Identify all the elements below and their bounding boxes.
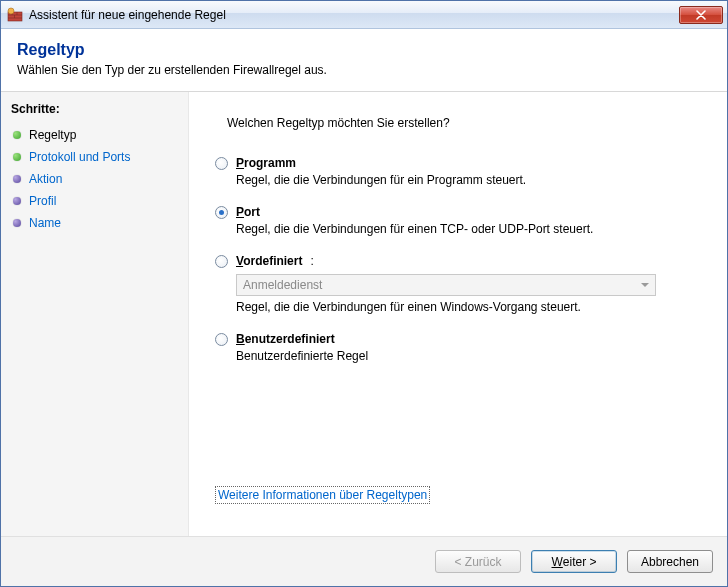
- chevron-down-icon: [641, 283, 649, 287]
- step-label: Protokoll und Ports: [29, 150, 130, 164]
- option-predefined[interactable]: Vordefiniert : Anmeldedienst Regel, die …: [215, 254, 701, 314]
- option-program[interactable]: Programm Regel, die die Verbindungen für…: [215, 156, 701, 187]
- option-title-suffix: :: [310, 254, 313, 268]
- next-button-underline: W: [551, 555, 562, 569]
- option-title: Vordefiniert: [236, 254, 302, 268]
- combo-value: Anmeldedienst: [243, 278, 322, 292]
- step-regeltyp[interactable]: Regeltyp: [11, 124, 178, 146]
- radio-port[interactable]: [215, 206, 228, 219]
- step-bullet-icon: [13, 219, 21, 227]
- step-bullet-icon: [13, 175, 21, 183]
- step-bullet-icon: [13, 197, 21, 205]
- close-button[interactable]: [679, 6, 723, 24]
- option-title: Port: [236, 205, 260, 219]
- wizard-main: Welchen Regeltyp möchten Sie erstellen? …: [189, 92, 727, 536]
- wizard-footer: < Zurück Weiter > Abbrechen: [1, 536, 727, 586]
- step-label: Name: [29, 216, 61, 230]
- next-button[interactable]: Weiter >: [531, 550, 617, 573]
- step-label: Profil: [29, 194, 56, 208]
- step-profil[interactable]: Profil: [11, 190, 178, 212]
- step-bullet-icon: [13, 131, 21, 139]
- titlebar: Assistent für neue eingehende Regel: [1, 1, 727, 29]
- page-subtitle: Wählen Sie den Typ der zu erstellenden F…: [17, 63, 711, 77]
- option-desc: Benutzerdefinierte Regel: [236, 349, 701, 363]
- predefined-combo: Anmeldedienst: [236, 274, 656, 296]
- radio-custom[interactable]: [215, 333, 228, 346]
- wizard-header: Regeltyp Wählen Sie den Typ der zu erste…: [1, 29, 727, 92]
- wizard-window: Assistent für neue eingehende Regel Rege…: [0, 0, 728, 587]
- next-button-rest: eiter >: [563, 555, 597, 569]
- step-bullet-icon: [13, 153, 21, 161]
- steps-sidebar: Schritte: Regeltyp Protokoll und Ports A…: [1, 92, 189, 536]
- option-desc: Regel, die die Verbindungen für einen TC…: [236, 222, 701, 236]
- svg-point-7: [8, 8, 14, 14]
- option-desc: Regel, die die Verbindungen für einen Wi…: [236, 300, 701, 314]
- step-protokoll-ports[interactable]: Protokoll und Ports: [11, 146, 178, 168]
- wizard-body: Schritte: Regeltyp Protokoll und Ports A…: [1, 92, 727, 536]
- option-desc: Regel, die die Verbindungen für ein Prog…: [236, 173, 701, 187]
- option-title: Programm: [236, 156, 296, 170]
- question-text: Welchen Regeltyp möchten Sie erstellen?: [227, 116, 701, 130]
- step-aktion[interactable]: Aktion: [11, 168, 178, 190]
- window-title: Assistent für neue eingehende Regel: [29, 8, 673, 22]
- step-label: Aktion: [29, 172, 62, 186]
- step-label: Regeltyp: [29, 128, 76, 142]
- page-title: Regeltyp: [17, 41, 711, 59]
- more-info-link[interactable]: Weitere Informationen über Regeltypen: [215, 486, 430, 504]
- cancel-button[interactable]: Abbrechen: [627, 550, 713, 573]
- firewall-icon: [7, 7, 23, 23]
- step-name[interactable]: Name: [11, 212, 178, 234]
- radio-program[interactable]: [215, 157, 228, 170]
- close-icon: [695, 10, 707, 20]
- steps-heading: Schritte:: [11, 102, 178, 116]
- back-button: < Zurück: [435, 550, 521, 573]
- option-title: Benutzerdefiniert: [236, 332, 335, 346]
- option-port[interactable]: Port Regel, die die Verbindungen für ein…: [215, 205, 701, 236]
- option-custom[interactable]: Benutzerdefiniert Benutzerdefinierte Reg…: [215, 332, 701, 363]
- radio-predefined[interactable]: [215, 255, 228, 268]
